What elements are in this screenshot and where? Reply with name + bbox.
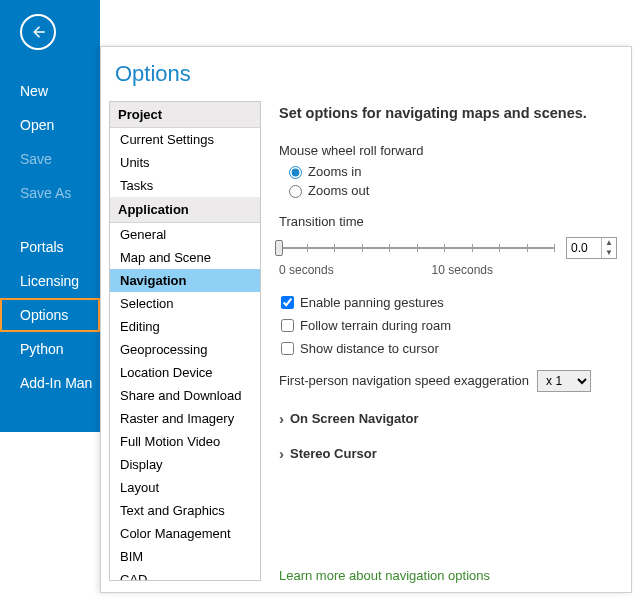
tree-item-tasks[interactable]: Tasks xyxy=(110,174,260,197)
transition-value-input[interactable] xyxy=(567,241,601,255)
tree-item-location-device[interactable]: Location Device xyxy=(110,361,260,384)
radio-zooms-out-label: Zooms out xyxy=(308,183,369,200)
chevron-right-icon: › xyxy=(279,410,284,427)
panel-body: Project Current Settings Units Tasks App… xyxy=(101,101,631,581)
sidebar-item-python[interactable]: Python xyxy=(0,332,100,366)
tree-item-bim[interactable]: BIM xyxy=(110,545,260,568)
tree-item-display[interactable]: Display xyxy=(110,453,260,476)
collapsible-navigator[interactable]: › On Screen Navigator xyxy=(279,410,617,427)
check-distance-input[interactable] xyxy=(281,342,294,355)
tree-item-units[interactable]: Units xyxy=(110,151,260,174)
exaggeration-row: First-person navigation speed exaggerati… xyxy=(279,370,617,392)
check-terrain-label: Follow terrain during roam xyxy=(300,318,451,333)
tree-item-layout[interactable]: Layout xyxy=(110,476,260,499)
backstage-menu: New Open Save Save As Portals Licensing … xyxy=(0,74,100,400)
options-panel: Options Project Current Settings Units T… xyxy=(100,46,632,593)
radio-zooms-in-input[interactable] xyxy=(289,166,302,179)
radio-zooms-in[interactable]: Zooms in xyxy=(289,164,617,181)
radio-zooms-out[interactable]: Zooms out xyxy=(289,183,617,200)
exaggeration-select[interactable]: x 1 xyxy=(537,370,591,392)
transition-row: ▲ ▼ xyxy=(279,237,617,259)
mouse-wheel-label: Mouse wheel roll forward xyxy=(279,143,617,158)
exaggeration-label: First-person navigation speed exaggerati… xyxy=(279,373,529,388)
transition-value-wrap: ▲ ▼ xyxy=(566,237,617,259)
transition-stepper[interactable]: ▲ ▼ xyxy=(601,238,616,258)
step-up-icon[interactable]: ▲ xyxy=(602,238,616,248)
sidebar-spacer xyxy=(0,210,100,230)
back-button[interactable] xyxy=(20,14,56,50)
check-panning[interactable]: Enable panning gestures xyxy=(281,295,617,310)
transition-section: Transition time ▲ ▼ xyxy=(279,214,617,277)
slider-thumb[interactable] xyxy=(275,240,283,256)
tree-item-navigation[interactable]: Navigation xyxy=(110,269,260,292)
settings-heading: Set options for navigating maps and scen… xyxy=(279,105,617,121)
sidebar-item-addin[interactable]: Add-In Man xyxy=(0,366,100,400)
collapsible-stereo[interactable]: › Stereo Cursor xyxy=(279,445,617,462)
sidebar-item-save: Save xyxy=(0,142,100,176)
learn-more-link[interactable]: Learn more about navigation options xyxy=(279,568,490,583)
tree-header-application: Application xyxy=(110,197,260,223)
chevron-right-icon: › xyxy=(279,445,284,462)
tree-item-selection[interactable]: Selection xyxy=(110,292,260,315)
tree-item-geoprocessing[interactable]: Geoprocessing xyxy=(110,338,260,361)
sidebar-item-save-as: Save As xyxy=(0,176,100,210)
tree-item-full-motion-video[interactable]: Full Motion Video xyxy=(110,430,260,453)
step-down-icon[interactable]: ▼ xyxy=(602,248,616,258)
sidebar-item-open[interactable]: Open xyxy=(0,108,100,142)
check-distance[interactable]: Show distance to cursor xyxy=(281,341,617,356)
sidebar-item-new[interactable]: New xyxy=(0,74,100,108)
check-terrain-input[interactable] xyxy=(281,319,294,332)
slider-min-label: 0 seconds xyxy=(279,263,334,277)
transition-label: Transition time xyxy=(279,214,617,229)
tree-item-map-and-scene[interactable]: Map and Scene xyxy=(110,246,260,269)
back-arrow-icon xyxy=(29,23,47,41)
radio-zooms-out-input[interactable] xyxy=(289,185,302,198)
panel-title: Options xyxy=(101,47,631,101)
collapsible-stereo-label: Stereo Cursor xyxy=(290,446,377,461)
check-terrain[interactable]: Follow terrain during roam xyxy=(281,318,617,333)
sidebar-item-licensing[interactable]: Licensing xyxy=(0,264,100,298)
slider-range-labels: 0 seconds 10 seconds xyxy=(279,263,493,277)
tree-item-raster-imagery[interactable]: Raster and Imagery xyxy=(110,407,260,430)
collapsible-navigator-label: On Screen Navigator xyxy=(290,411,419,426)
check-panning-label: Enable panning gestures xyxy=(300,295,444,310)
settings-area: Set options for navigating maps and scen… xyxy=(261,101,631,581)
tree-item-general[interactable]: General xyxy=(110,223,260,246)
category-tree[interactable]: Project Current Settings Units Tasks App… xyxy=(109,101,261,581)
tree-item-share-download[interactable]: Share and Download xyxy=(110,384,260,407)
tree-header-project: Project xyxy=(110,102,260,128)
transition-slider[interactable] xyxy=(279,239,554,257)
tree-item-cad[interactable]: CAD xyxy=(110,568,260,581)
sidebar-item-options[interactable]: Options xyxy=(0,298,100,332)
radio-zooms-in-label: Zooms in xyxy=(308,164,361,181)
sidebar-item-portals[interactable]: Portals xyxy=(0,230,100,264)
slider-max-label: 10 seconds xyxy=(432,263,493,277)
backstage-sidebar: New Open Save Save As Portals Licensing … xyxy=(0,0,100,432)
tree-item-color-management[interactable]: Color Management xyxy=(110,522,260,545)
tree-item-current-settings[interactable]: Current Settings xyxy=(110,128,260,151)
check-distance-label: Show distance to cursor xyxy=(300,341,439,356)
check-panning-input[interactable] xyxy=(281,296,294,309)
tree-item-editing[interactable]: Editing xyxy=(110,315,260,338)
tree-item-text-graphics[interactable]: Text and Graphics xyxy=(110,499,260,522)
